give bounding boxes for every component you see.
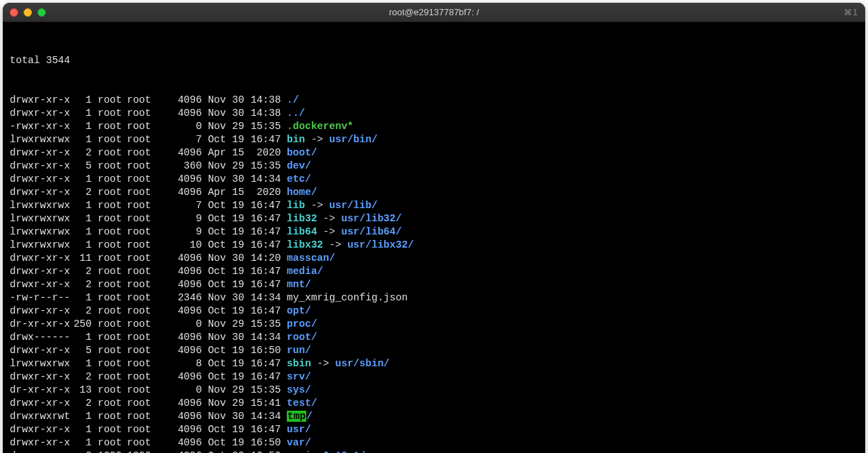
file-name: mnt/ [287,279,311,290]
ls-row: -rwxr-xr-x1 rootroot0 Nov 2915:35 .docke… [10,120,858,133]
ls-row: drwxr-xr-x5 rootroot4096 Oct 1916:50 run… [10,344,858,357]
file-name: lib [287,200,305,211]
file-name: usr/ [287,424,311,435]
link-target: usr/libx32/ [347,239,414,250]
titlebar-shortcut: ⌘1 [844,8,858,17]
maximize-icon[interactable] [37,8,46,17]
file-name: test/ [287,398,317,409]
ls-row: drwxr-xr-x2 rootroot4096 Oct 1916:47 srv… [10,370,858,384]
file-name: root/ [287,332,317,343]
file-name: var/ [287,437,311,448]
file-name: srv/ [287,371,311,382]
file-name: libx32 [287,239,323,250]
file-name: lib32 [287,213,317,224]
file-name: .dockerenv* [287,121,353,132]
ls-row: drwxrwxrwt1 rootroot4096 Nov 3014:34 tmp… [10,410,858,423]
traffic-lights [10,8,46,17]
link-target: usr/lib32/ [341,213,401,224]
ls-row: drwxr-xr-x2 rootroot4096 Nov 2915:41 tes… [10,397,858,410]
ls-row: drwxr-xr-x1 rootroot4096 Nov 3014:38 ../ [10,107,858,120]
ls-row: lrwxrwxrwx1 rootroot7 Oct 1916:47 lib ->… [10,199,858,212]
file-name: boot/ [287,147,317,158]
terminal-body[interactable]: total 3544 drwxr-xr-x1 rootroot4096 Nov … [3,22,865,453]
ls-row: drwxr-xr-x2 rootroot4096 Apr 152020 boot… [10,146,858,160]
minimize-icon[interactable] [24,8,32,17]
link-target: usr/bin/ [329,134,378,145]
file-name: run/ [287,345,311,356]
file-name: ../ [287,108,305,119]
file-name: tmp [287,411,306,422]
file-name: opt/ [287,305,311,316]
ls-row: -rw-r--r--1 rootroot2346 Nov 3014:34 my_… [10,291,858,305]
file-name: home/ [287,187,317,198]
link-target: usr/lib64/ [341,226,401,237]
ls-row: drwxr-xr-x2 rootroot4096 Apr 152020 home… [10,186,858,199]
link-target: usr/sbin/ [335,358,390,369]
ls-row: drwxr-xr-x1 rootroot4096 Oct 1916:50 var… [10,436,858,450]
ls-row: drwxr-xr-x2 100010004096 Oct 2310:50 xmr… [10,450,858,453]
ls-row: drwxr-xr-x2 rootroot4096 Oct 1916:47 opt… [10,305,858,318]
file-name: proc/ [287,318,317,330]
ls-row: drwxr-xr-x2 rootroot4096 Oct 1916:47 mnt… [10,278,858,291]
ls-row: lrwxrwxrwx1 rootroot8 Oct 1916:47 sbin -… [10,357,858,370]
file-name: etc/ [287,173,311,185]
file-name: masscan/ [287,253,335,264]
file-name: xmrig-6.18.1/ [287,450,365,453]
file-name: lib64 [287,226,317,237]
ls-row: lrwxrwxrwx1 rootroot9 Oct 1916:47 lib32 … [10,212,858,225]
terminal-window: root@e29137787bf7: / ⌘1 total 3544 drwxr… [3,3,865,453]
file-name: sbin [287,358,311,369]
file-name: dev/ [287,160,311,171]
close-icon[interactable] [10,8,18,17]
ls-row: drwxr-xr-x11 rootroot4096 Nov 3014:20 ma… [10,252,858,265]
ls-row: drwx------1 rootroot4096 Nov 3014:34 roo… [10,331,858,344]
ls-row: drwxr-xr-x1 rootroot4096 Nov 3014:38 ./ [10,94,858,107]
total-line: total 3544 [10,54,858,67]
titlebar: root@e29137787bf7: / ⌘1 [3,3,865,22]
ls-row: dr-xr-xr-x250 rootroot0 Nov 2915:35 proc… [10,318,858,331]
file-name: ./ [287,94,299,105]
ls-row: drwxr-xr-x1 rootroot4096 Oct 1916:47 usr… [10,423,858,436]
ls-row: drwxr-xr-x1 rootroot4096 Nov 3014:34 etc… [10,173,858,186]
ls-row: drwxr-xr-x5 rootroot360 Nov 2915:35 dev/ [10,160,858,173]
file-name: media/ [287,266,323,277]
ls-row: dr-xr-xr-x13 rootroot0 Nov 2915:35 sys/ [10,384,858,397]
file-name: sys/ [287,384,311,395]
link-target: usr/lib/ [329,200,378,211]
window-title: root@e29137787bf7: / [3,7,865,17]
ls-row: drwxr-xr-x2 rootroot4096 Oct 1916:47 med… [10,265,858,278]
ls-row: lrwxrwxrwx1 rootroot10 Oct 1916:47 libx3… [10,239,858,252]
ls-row: lrwxrwxrwx1 rootroot9 Oct 1916:47 lib64 … [10,225,858,239]
ls-row: lrwxrwxrwx1 rootroot7 Oct 1916:47 bin ->… [10,133,858,146]
file-name: my_xmrig_config.json [287,292,408,303]
file-name: bin [287,134,305,145]
